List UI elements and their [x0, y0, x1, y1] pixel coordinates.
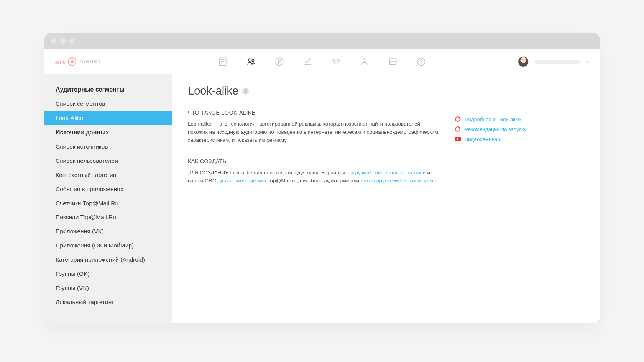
avatar: [518, 56, 529, 67]
link-mobile-tracker[interactable]: интегрируйте мобильный трекер: [361, 178, 439, 183]
aside-link-recommendations[interactable]: Рекомендации по запуску: [455, 126, 543, 132]
logo-prefix: my: [55, 57, 66, 67]
nav-education-icon[interactable]: [330, 56, 342, 67]
sidebar-item-segment-list[interactable]: Список сегментов: [44, 97, 172, 111]
browser-window: my TARGET: [44, 33, 600, 323]
chevron-down-icon: [585, 61, 589, 63]
target-icon: [455, 126, 461, 132]
topbar: my TARGET: [44, 49, 600, 74]
aside-link-more[interactable]: Подробнее о Look-alike: [455, 116, 543, 122]
svg-point-2: [252, 59, 254, 62]
nav-statistics-icon[interactable]: [302, 56, 314, 67]
svg-rect-0: [219, 58, 226, 66]
user-menu[interactable]: [518, 56, 589, 67]
sidebar: Аудиторные сегменты Список сегментов Loo…: [44, 74, 172, 323]
aside-link-label: Подробнее о Look-alike: [465, 116, 521, 122]
sidebar-item-local-target[interactable]: Локальный таргетинг: [44, 295, 172, 310]
target-icon: [455, 116, 461, 122]
nav-profile-icon[interactable]: [359, 56, 370, 67]
logo-bullseye-icon: [68, 57, 76, 66]
aside-link-label: Рекомендации по запуску: [465, 126, 526, 132]
sidebar-item-groups-ok[interactable]: Группы (OK): [44, 267, 172, 281]
help-hint-icon[interactable]: ?: [242, 88, 249, 95]
link-upload-users[interactable]: загрузите список пользователей: [348, 170, 426, 175]
logo[interactable]: my TARGET: [55, 57, 101, 67]
svg-point-5: [363, 58, 366, 61]
text-fragment: .: [439, 178, 441, 183]
subheading-what-is: ЧТО ТАКОЕ LOOK-ALIKE: [188, 110, 441, 116]
window-dot: [51, 38, 56, 44]
username-placeholder: [534, 60, 580, 64]
sidebar-section-audience: Аудиторные сегменты: [44, 82, 172, 97]
sidebar-item-app-category[interactable]: Категория приложений (Android): [44, 253, 172, 267]
logo-suffix: TARGET: [79, 59, 101, 64]
sidebar-item-context-target[interactable]: Контекстный таргетинг: [44, 168, 172, 182]
text-fragment: Top@Mail.ru для сбора аудитории или: [266, 178, 361, 183]
sidebar-item-source-list[interactable]: Список источников: [44, 140, 172, 154]
sidebar-item-look-alike[interactable]: Look-Alike: [44, 111, 172, 125]
nav-tools-icon[interactable]: [387, 56, 399, 67]
aside-link-video[interactable]: Видеосеминар: [455, 136, 543, 142]
sidebar-item-counters[interactable]: Счетчики Top@Mail.Ru: [44, 197, 172, 211]
browser-chrome: [44, 33, 600, 49]
nav-billing-icon[interactable]: [274, 56, 285, 67]
link-install-counter[interactable]: установите счётчик: [219, 178, 266, 183]
aside-links: Подробнее о Look-alike Рекомендации по з…: [455, 85, 543, 185]
page-title: Look-alike ?: [188, 85, 441, 97]
window-dot: [69, 38, 75, 44]
nav-help-icon[interactable]: [416, 56, 427, 67]
main-content: Look-alike ? ЧТО ТАКОЕ LOOK-ALIKE Look-a…: [172, 74, 600, 323]
text-fragment: ДЛЯ СОЗДАНИЯ look-alike нужна исходная а…: [188, 170, 348, 175]
nav-audiences-icon[interactable]: [245, 56, 257, 67]
sidebar-item-groups-vk[interactable]: Группы (VK): [44, 281, 172, 295]
aside-link-label: Видеосеминар: [465, 136, 500, 142]
paragraph-how-create: ДЛЯ СОЗДАНИЯ look-alike нужна исходная а…: [188, 169, 441, 185]
sidebar-item-apps-vk[interactable]: Приложения (VK): [44, 224, 172, 239]
svg-point-4: [309, 58, 310, 59]
window-dot: [60, 38, 66, 44]
svg-point-1: [248, 59, 251, 61]
sidebar-section-data-sources: Источник данных: [44, 125, 172, 140]
sidebar-item-app-events[interactable]: События в приложениях: [44, 182, 172, 197]
youtube-icon: [455, 136, 461, 142]
sidebar-item-pixels[interactable]: Пиксели Top@Mail.Ru: [44, 210, 172, 224]
sidebar-item-apps-ok[interactable]: Приложения (ОК и МойМир): [44, 239, 172, 253]
sidebar-item-user-list[interactable]: Список пользователей: [44, 154, 172, 168]
nav-campaigns-icon[interactable]: [217, 56, 228, 67]
paragraph-what-is: Look-alike — это технология таргетирован…: [188, 120, 441, 144]
svg-point-8: [421, 63, 422, 64]
subheading-how-create: КАК СОЗДАТЬ: [188, 158, 441, 164]
top-nav: [217, 56, 427, 67]
page-title-text: Look-alike: [188, 85, 238, 97]
